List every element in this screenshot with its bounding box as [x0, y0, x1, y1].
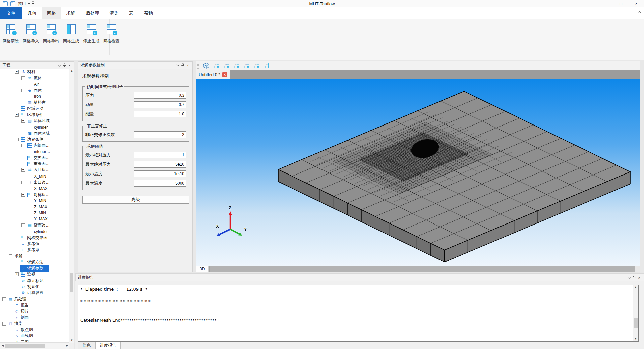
save-icon[interactable] [10, 1, 15, 6]
tree-item-后处理[interactable]: −▦后处理 [0, 296, 69, 302]
log-scroll-up-icon[interactable]: ▲ [633, 285, 638, 290]
tree-item-重叠面[interactable]: 重叠面… [0, 161, 69, 167]
log-scroll-down-icon[interactable]: ▼ [633, 337, 638, 341]
menu-tab-几何[interactable]: 几何 [22, 7, 42, 19]
tree-collapse-icon[interactable] [57, 63, 62, 68]
params-close-icon[interactable]: × [185, 63, 190, 68]
tree-item-X_MAX[interactable]: X_MAX [0, 186, 69, 192]
tree-item-参考系[interactable]: ∟参考系 [0, 247, 69, 253]
collapse-box-icon[interactable]: − [2, 322, 6, 326]
view-plus-x-icon[interactable]: +X [212, 62, 220, 69]
collapse-box-icon[interactable]: − [21, 76, 25, 80]
tree-item-材料库[interactable]: ▥材料库 [0, 99, 69, 105]
tree-item-渲染[interactable]: −□渲染 [0, 320, 69, 327]
tree-item-流体[interactable]: −≋流体 [0, 75, 69, 81]
param-input-能量[interactable] [134, 111, 186, 117]
tree-item-切片[interactable]: ◇切片 [0, 308, 69, 314]
tree-item-曲线图[interactable]: ∿曲线图 [0, 333, 69, 339]
menu-tab-后处理[interactable]: 后处理 [80, 7, 104, 19]
tree-item-出口边[interactable]: −⇉出口边… [0, 179, 69, 185]
collapse-box-icon[interactable]: − [15, 113, 19, 117]
tree-pin-icon[interactable] [62, 63, 67, 68]
collapse-box-icon[interactable]: − [2, 297, 6, 301]
tree-item-剖面[interactable]: ◗剖面 [0, 314, 69, 320]
viewport-hscroll-thumb[interactable] [209, 266, 635, 272]
tree-item-散点图[interactable]: ∴散点图 [0, 327, 69, 333]
collapse-box-icon[interactable]: − [21, 168, 25, 172]
tree-item-Z_MAX[interactable]: Z_MAX [0, 204, 69, 210]
tree-item-Iron[interactable]: Iron [0, 93, 69, 99]
view-minus-y-icon[interactable]: -Y [242, 62, 250, 69]
scroll-up-icon[interactable]: ▲ [69, 69, 74, 73]
tree-item-Z_MIN[interactable]: Z_MIN [0, 210, 69, 216]
tree-item-对称边[interactable]: −对称边… [0, 192, 69, 198]
log-close-icon[interactable]: × [637, 275, 642, 280]
tree-item-单元标记[interactable]: ⊕单元标记 [0, 278, 69, 284]
log-tab-信息[interactable]: 信息 [78, 342, 95, 349]
tree-item-cylinder[interactable]: cylinder [0, 124, 69, 130]
toolbar-drag-handle[interactable] [197, 63, 199, 69]
tree-item-入口边[interactable]: −⇉入口边… [0, 167, 69, 173]
viewport-tab-close-icon[interactable]: × [222, 72, 227, 77]
menu-tab-网格[interactable]: 网格 [42, 7, 61, 19]
tree-item-求解方法[interactable]: 求解方法 [0, 259, 69, 265]
tree-item-报告[interactable]: ≡报告 [0, 302, 69, 308]
tree-item-初始化[interactable]: ⊙初始化 [0, 284, 69, 290]
menu-tab-宏[interactable]: 宏 [124, 7, 139, 19]
param-input-压力[interactable] [134, 92, 186, 99]
tree-item-流体区域[interactable]: −▤流体区域 [0, 118, 69, 124]
log-output[interactable]: * Elapsed time : 12.09 s * * * * * * * *… [78, 285, 639, 342]
scroll-right-icon[interactable]: ▶ [65, 343, 69, 348]
tree-item-参考值[interactable]: ≡参考值 [0, 241, 69, 247]
collapse-ribbon-icon[interactable] [637, 11, 641, 15]
tree-item-Air[interactable]: Air [0, 81, 69, 87]
tree-item-interior[interactable]: interior… [0, 149, 69, 155]
view-minus-z-icon[interactable]: -Z [262, 62, 271, 69]
params-collapse-icon[interactable] [175, 63, 180, 68]
customize-toolbar-icon[interactable] [32, 3, 34, 4]
tree-item-固体[interactable]: −◆固体 [0, 87, 69, 93]
tree-item-Y_MAX[interactable]: Y_MAX [0, 216, 69, 222]
isometric-view-icon[interactable] [202, 62, 210, 69]
ribbon-button-网格检查[interactable]: ⌕网格检查 [103, 22, 119, 44]
tree-item-求解[interactable]: −求解 [0, 253, 69, 259]
collapse-box-icon[interactable]: − [9, 254, 12, 258]
menu-tab-渲染[interactable]: 渲染 [104, 7, 124, 19]
collapse-box-icon[interactable]: − [15, 138, 19, 141]
param-input-最小绝对压力[interactable] [134, 152, 186, 158]
param-input-最大温度[interactable] [134, 180, 186, 187]
minimize-button[interactable]: — [598, 0, 613, 7]
param-input-最小温度[interactable] [134, 170, 186, 177]
collapse-box-icon[interactable]: − [21, 181, 25, 184]
tree-item-Y_MIN[interactable]: Y_MIN [0, 198, 69, 204]
scroll-left-icon[interactable]: ◀ [0, 343, 5, 348]
new-project-icon[interactable] [3, 1, 8, 6]
collapse-box-icon[interactable]: − [21, 119, 25, 123]
expand-box-icon[interactable]: + [15, 272, 19, 276]
tree-horizontal-scrollbar[interactable]: ◀ ▶ [0, 342, 69, 349]
tree-item-区域条件[interactable]: −区域条件 [0, 112, 69, 118]
tree-hscroll-thumb[interactable] [5, 344, 45, 348]
menu-tab-帮助[interactable]: 帮助 [139, 7, 158, 19]
tree-vscroll-thumb[interactable] [70, 273, 73, 292]
viewport-canvas[interactable]: ZXY [196, 79, 640, 266]
view-minus-x-icon[interactable]: -X [222, 62, 230, 69]
tree-close-icon[interactable]: × [67, 63, 72, 68]
scroll-down-icon[interactable]: ▼ [69, 338, 74, 343]
log-vscroll-thumb[interactable] [634, 318, 638, 328]
collapse-box-icon[interactable]: − [21, 89, 25, 92]
param-input-动量[interactable] [134, 101, 186, 108]
menu-tab-求解[interactable]: 求解 [61, 7, 80, 19]
tree-item-求解参数[interactable]: ∑求解参数… [0, 265, 69, 271]
collapse-box-icon[interactable]: − [21, 193, 25, 197]
tree-item-材料[interactable]: −⚗材料 [0, 69, 69, 75]
tree-item-cylinder[interactable]: cylinder [0, 229, 69, 235]
view-plus-z-icon[interactable]: +Z [252, 62, 260, 69]
tree-item-X_MIN[interactable]: X_MIN [0, 173, 69, 179]
collapse-box-icon[interactable]: − [15, 70, 19, 74]
ribbon-button-网格导出[interactable]: →网格导出 [43, 22, 59, 44]
log-vertical-scrollbar[interactable]: ▲ ▼ [633, 285, 638, 341]
close-button[interactable]: × [629, 0, 644, 7]
tree-item-网格交界面[interactable]: 网格交界面 [0, 235, 69, 241]
log-tab-进度报告[interactable]: 进度报告 [95, 342, 121, 349]
